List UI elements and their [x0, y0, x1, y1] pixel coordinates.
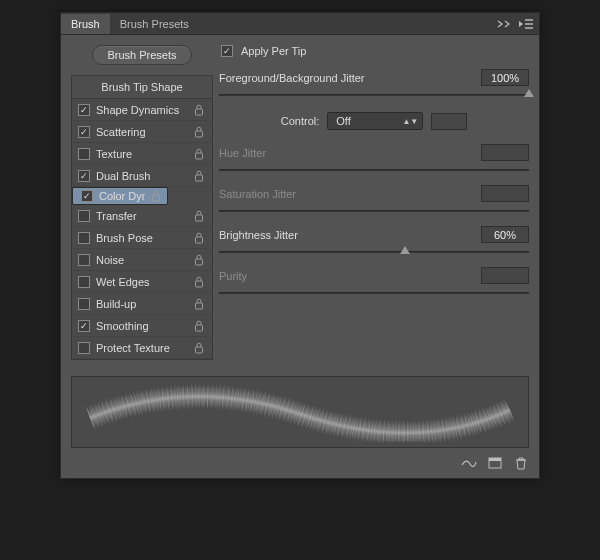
lock-icon[interactable]: [194, 298, 206, 310]
panel-menu-icon[interactable]: [519, 17, 533, 31]
control-extra-field: [431, 113, 467, 130]
option-label: Noise: [96, 254, 188, 266]
option-label: Transfer: [96, 210, 188, 222]
fgbg-jitter-slider[interactable]: [219, 90, 529, 100]
option-row-shape-dynamics[interactable]: Shape Dynamics: [72, 99, 212, 121]
saturation-jitter-input[interactable]: [481, 185, 529, 202]
lock-icon[interactable]: [194, 320, 206, 332]
apply-per-tip-row[interactable]: Apply Per Tip: [221, 45, 529, 57]
option-checkbox[interactable]: [78, 232, 90, 244]
brightness-jitter-input[interactable]: [481, 226, 529, 243]
svg-rect-11: [196, 347, 203, 353]
brush-preview: [71, 376, 529, 448]
option-row-dual-brush[interactable]: Dual Brush: [72, 165, 212, 187]
option-checkbox[interactable]: [78, 210, 90, 222]
lock-icon[interactable]: [194, 276, 206, 288]
svg-rect-10: [196, 325, 203, 331]
option-label: Dual Brush: [96, 170, 188, 182]
hue-jitter-group: Hue Jitter: [219, 144, 529, 175]
option-label: Protect Texture: [96, 342, 188, 354]
fgbg-jitter-label: Foreground/Background Jitter: [219, 72, 365, 84]
option-checkbox[interactable]: [78, 276, 90, 288]
svg-rect-3: [196, 175, 203, 181]
brightness-jitter-slider[interactable]: [219, 247, 529, 257]
lock-icon[interactable]: [194, 232, 206, 244]
option-checkbox[interactable]: [78, 148, 90, 160]
option-checkbox[interactable]: [78, 254, 90, 266]
toggle-preview-icon[interactable]: [461, 456, 477, 470]
option-checkbox[interactable]: [78, 342, 90, 354]
svg-rect-7: [196, 259, 203, 265]
list-header[interactable]: Brush Tip Shape: [72, 76, 212, 99]
option-checkbox[interactable]: [78, 170, 90, 182]
option-label: Shape Dynamics: [96, 104, 188, 116]
lock-icon[interactable]: [194, 254, 206, 266]
option-row-smoothing[interactable]: Smoothing: [72, 315, 212, 337]
option-label: Color Dynamics: [99, 190, 145, 202]
apply-per-tip-checkbox[interactable]: [221, 45, 233, 57]
svg-rect-4: [153, 195, 160, 201]
apply-per-tip-label: Apply Per Tip: [241, 45, 306, 57]
svg-rect-0: [196, 109, 203, 115]
option-label: Build-up: [96, 298, 188, 310]
svg-rect-2: [196, 153, 203, 159]
options-list: Brush Tip Shape Shape DynamicsScattering…: [71, 75, 213, 360]
fgbg-jitter-input[interactable]: [481, 69, 529, 86]
svg-rect-6: [196, 237, 203, 243]
svg-rect-13: [489, 458, 501, 461]
hue-jitter-input[interactable]: [481, 144, 529, 161]
svg-rect-9: [196, 303, 203, 309]
control-select[interactable]: Off ▲▼: [327, 112, 423, 130]
svg-rect-8: [196, 281, 203, 287]
brightness-jitter-group: Brightness Jitter: [219, 226, 529, 257]
option-row-wet-edges[interactable]: Wet Edges: [72, 271, 212, 293]
svg-rect-5: [196, 215, 203, 221]
option-row-transfer[interactable]: Transfer: [72, 205, 212, 227]
option-row-color-dynamics[interactable]: Color Dynamics: [72, 187, 168, 205]
tab-brush-presets[interactable]: Brush Presets: [110, 14, 199, 34]
hue-jitter-slider[interactable]: [219, 165, 529, 175]
lock-icon[interactable]: [194, 170, 206, 182]
panel-tabs: Brush Brush Presets: [61, 13, 539, 35]
option-checkbox[interactable]: [78, 298, 90, 310]
lock-icon[interactable]: [194, 126, 206, 138]
option-label: Smoothing: [96, 320, 188, 332]
chevron-updown-icon: ▲▼: [402, 119, 418, 124]
lock-icon[interactable]: [194, 148, 206, 160]
option-label: Wet Edges: [96, 276, 188, 288]
lock-icon[interactable]: [151, 190, 163, 202]
saturation-jitter-slider[interactable]: [219, 206, 529, 216]
option-checkbox[interactable]: [81, 190, 93, 202]
panel-footer: [61, 456, 539, 478]
brush-presets-button[interactable]: Brush Presets: [92, 45, 191, 65]
option-row-scattering[interactable]: Scattering: [72, 121, 212, 143]
saturation-jitter-label: Saturation Jitter: [219, 188, 296, 200]
purity-group: Purity: [219, 267, 529, 298]
option-label: Scattering: [96, 126, 188, 138]
purity-label: Purity: [219, 270, 247, 282]
new-preset-icon[interactable]: [487, 456, 503, 470]
control-value: Off: [336, 115, 350, 127]
delete-icon[interactable]: [513, 456, 529, 470]
brush-panel: Brush Brush Presets Brush Presets Brush …: [60, 12, 540, 479]
option-row-brush-pose[interactable]: Brush Pose: [72, 227, 212, 249]
lock-icon[interactable]: [194, 210, 206, 222]
option-checkbox[interactable]: [78, 104, 90, 116]
option-label: Brush Pose: [96, 232, 188, 244]
option-row-noise[interactable]: Noise: [72, 249, 212, 271]
option-row-texture[interactable]: Texture: [72, 143, 212, 165]
brightness-jitter-label: Brightness Jitter: [219, 229, 298, 241]
option-row-protect-texture[interactable]: Protect Texture: [72, 337, 212, 359]
lock-icon[interactable]: [194, 342, 206, 354]
purity-slider[interactable]: [219, 288, 529, 298]
settings-column: Apply Per Tip Foreground/Background Jitt…: [219, 43, 529, 360]
option-checkbox[interactable]: [78, 320, 90, 332]
collapse-icon[interactable]: [497, 17, 511, 31]
control-label: Control:: [281, 115, 320, 127]
tab-brush[interactable]: Brush: [61, 14, 110, 34]
option-checkbox[interactable]: [78, 126, 90, 138]
lock-icon[interactable]: [194, 104, 206, 116]
control-row: Control: Off ▲▼: [219, 112, 529, 130]
purity-input[interactable]: [481, 267, 529, 284]
option-row-build-up[interactable]: Build-up: [72, 293, 212, 315]
